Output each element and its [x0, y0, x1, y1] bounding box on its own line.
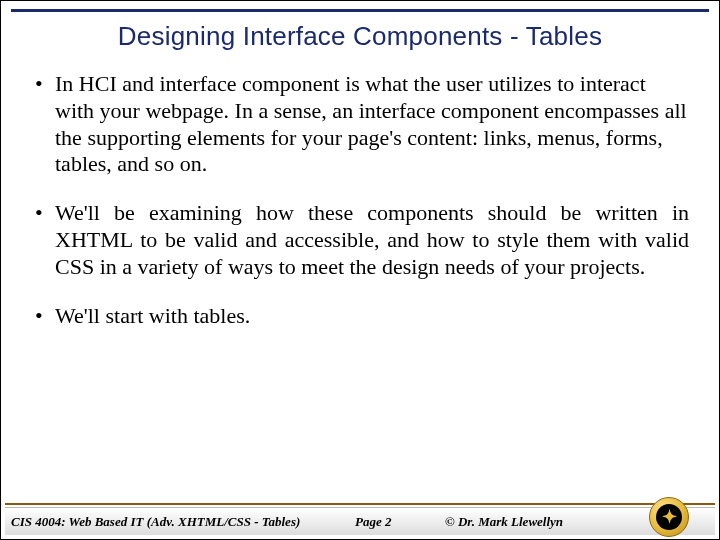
- logo-star-icon: ✦: [662, 508, 677, 526]
- bullet-marker: •: [35, 303, 55, 330]
- bullet-item: • We'll be examining how these component…: [35, 200, 689, 280]
- bullet-text: We'll be examining how these components …: [55, 200, 689, 280]
- title-divider: [11, 9, 709, 12]
- slide-body: • In HCI and interface component is what…: [35, 71, 689, 352]
- footer-copyright: © Dr. Mark Llewellyn: [445, 514, 563, 530]
- institution-logo: ✦: [649, 497, 689, 537]
- bullet-text: We'll start with tables.: [55, 303, 689, 330]
- footer-bar: CIS 4004: Web Based IT (Adv. XHTML/CSS -…: [5, 507, 715, 535]
- bullet-item: • We'll start with tables.: [35, 303, 689, 330]
- slide: Designing Interface Components - Tables …: [0, 0, 720, 540]
- bullet-marker: •: [35, 71, 55, 178]
- footer-page: Page 2: [355, 514, 391, 530]
- bullet-marker: •: [35, 200, 55, 280]
- bullet-text: In HCI and interface component is what t…: [55, 71, 689, 178]
- footer-course: CIS 4004: Web Based IT (Adv. XHTML/CSS -…: [5, 514, 300, 530]
- bullet-item: • In HCI and interface component is what…: [35, 71, 689, 178]
- footer-divider: [5, 503, 715, 505]
- slide-title: Designing Interface Components - Tables: [1, 21, 719, 52]
- slide-footer: CIS 4004: Web Based IT (Adv. XHTML/CSS -…: [1, 503, 719, 539]
